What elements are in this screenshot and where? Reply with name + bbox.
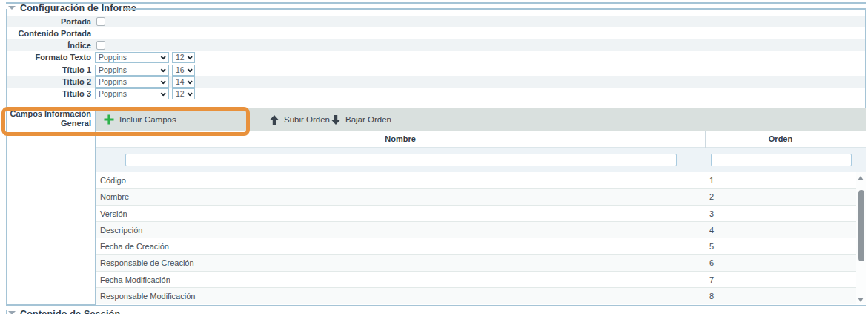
titulo1-font-select[interactable]: Poppins — [95, 65, 169, 76]
vertical-scrollbar — [856, 172, 866, 304]
scrollbar-thumb[interactable] — [858, 190, 864, 261]
titulo3-size-select[interactable]: 12 — [172, 88, 195, 99]
column-header-orden[interactable]: Orden — [705, 131, 856, 148]
bajar-orden-label: Bajar Orden — [345, 115, 391, 124]
arrow-up-icon — [270, 115, 279, 125]
cell-nombre: Fecha de Creación — [100, 238, 169, 255]
table-row[interactable]: Fecha de Creación 5 — [96, 238, 856, 255]
form-row-titulo1: Título 1 Poppins 16 — [7, 64, 865, 76]
portada-checkbox[interactable] — [96, 17, 105, 26]
form-row-titulo2: Título 2 Poppins 14 — [7, 76, 865, 88]
titulo3-font-value: Poppins — [99, 89, 127, 98]
collapse-next-section-icon[interactable] — [8, 311, 16, 314]
cell-nombre: Versión — [100, 206, 127, 222]
incluir-campos-button[interactable]: Incluir Campos — [104, 108, 176, 131]
campos-label-line2: General — [7, 119, 91, 128]
next-section-title: Contenido de Sección — [20, 309, 120, 314]
cell-nombre: Fecha Modificación — [100, 272, 170, 288]
portada-label: Portada — [7, 16, 91, 27]
titulo1-label: Título 1 — [7, 64, 91, 76]
contenido-portada-label: Contenido Portada — [7, 27, 91, 39]
chevron-down-icon — [161, 79, 166, 84]
chevron-down-icon — [188, 79, 193, 84]
next-section-header: Contenido de Sección — [0, 308, 868, 314]
nombre-filter-input[interactable] — [125, 154, 677, 166]
cell-orden: 1 — [709, 172, 714, 189]
subir-orden-button[interactable]: Subir Orden — [270, 108, 330, 131]
table-row[interactable]: Nombre 2 — [96, 189, 856, 205]
arrow-down-icon — [331, 115, 340, 125]
titulo1-size-value: 16 — [176, 65, 185, 74]
titulo1-font-value: Poppins — [99, 65, 127, 74]
titulo2-size-value: 14 — [176, 77, 185, 86]
formato-texto-size-select[interactable]: 12 — [172, 52, 195, 63]
titulo1-size-select[interactable]: 16 — [172, 65, 195, 76]
cell-nombre: Responsable Modificación — [100, 288, 195, 304]
incluir-campos-label: Incluir Campos — [119, 115, 176, 124]
titulo2-font-value: Poppins — [99, 77, 127, 86]
form-row-contenido-portada: Contenido Portada — [7, 27, 865, 39]
form-row-formato-texto: Formato Texto Poppins 12 — [7, 51, 865, 64]
section-header-line — [124, 8, 866, 10]
section-title: Configuración de Informe — [20, 3, 136, 13]
table-row[interactable]: Fecha Modificación 7 — [96, 272, 856, 288]
form-row-portada: Portada — [7, 16, 865, 27]
titulo2-label: Título 2 — [7, 76, 91, 88]
form-row-indice: Índice — [7, 39, 865, 51]
cell-orden: 2 — [709, 189, 714, 205]
formato-texto-size-value: 12 — [176, 53, 185, 62]
grid-header-row: Nombre Orden — [96, 131, 866, 148]
plus-icon — [104, 114, 114, 125]
formato-texto-font-select[interactable]: Poppins — [95, 52, 169, 63]
grid-toolbar: Incluir Campos Subir Orden Bajar Orden — [96, 108, 866, 131]
titulo3-label: Título 3 — [7, 88, 91, 99]
cell-nombre: Responsable de Creación — [100, 255, 194, 271]
subir-orden-label: Subir Orden — [284, 115, 330, 124]
chevron-down-icon — [161, 91, 166, 96]
form-row-titulo3: Título 3 Poppins 12 — [7, 88, 865, 100]
titulo3-font-select[interactable]: Poppins — [95, 88, 169, 99]
cell-orden: 5 — [709, 238, 714, 255]
table-row[interactable]: Descripción 4 — [96, 222, 856, 238]
cell-orden: 7 — [709, 272, 714, 288]
formato-texto-font-value: Poppins — [99, 53, 127, 62]
table-row[interactable]: Código 1 — [96, 172, 856, 189]
grid-rows: Código 1 Nombre 2 Versión 3 Descripción … — [96, 172, 856, 304]
table-row[interactable]: Versión 3 — [96, 206, 856, 222]
grid-filter-row — [96, 148, 866, 172]
table-row[interactable]: Responsable de Creación 6 — [96, 255, 856, 271]
cell-orden: 4 — [709, 222, 714, 238]
bajar-orden-button[interactable]: Bajar Orden — [331, 108, 391, 131]
campos-grid: Incluir Campos Subir Orden Bajar Orden N… — [95, 108, 866, 305]
titulo2-font-select[interactable]: Poppins — [95, 76, 169, 88]
next-group-left-border — [6, 310, 7, 314]
scroll-up-button[interactable] — [856, 172, 866, 183]
cell-orden: 6 — [709, 255, 714, 271]
chevron-down-icon — [188, 67, 193, 72]
cell-nombre: Nombre — [100, 189, 129, 205]
cell-nombre: Descripción — [100, 222, 142, 238]
triangle-down-icon — [858, 298, 864, 302]
column-header-nombre[interactable]: Nombre — [96, 131, 705, 148]
cell-orden: 8 — [709, 288, 714, 304]
table-row[interactable]: Responsable Modificación 8 — [96, 288, 856, 304]
chevron-down-icon — [161, 54, 166, 59]
report-configuration-panel: Configuración de Informe Portada Conteni… — [0, 0, 868, 314]
campos-informacion-general-label: Campos Información General — [7, 109, 91, 128]
chevron-down-icon — [188, 54, 193, 59]
chevron-down-icon — [188, 91, 193, 96]
campos-label-line1: Campos Información — [7, 109, 91, 119]
collapse-section-icon[interactable] — [8, 6, 16, 10]
formato-texto-label: Formato Texto — [7, 51, 91, 63]
indice-label: Índice — [7, 39, 91, 51]
chevron-down-icon — [161, 67, 166, 72]
titulo3-size-value: 12 — [176, 89, 185, 98]
cell-orden: 3 — [709, 206, 714, 222]
orden-filter-input[interactable] — [711, 154, 852, 166]
indice-checkbox[interactable] — [96, 41, 105, 50]
cell-nombre: Código — [100, 172, 126, 189]
scroll-down-button[interactable] — [856, 294, 866, 304]
triangle-up-icon — [858, 176, 864, 180]
titulo2-size-select[interactable]: 14 — [172, 76, 195, 88]
